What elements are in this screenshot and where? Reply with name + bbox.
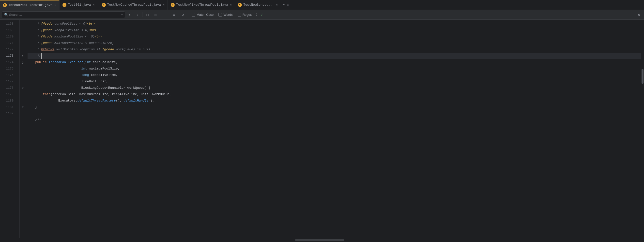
tab-close-5[interactable]: ✕ [276, 3, 278, 7]
gutter-1168 [20, 21, 26, 27]
code-1172-throws: @throws [41, 46, 54, 53]
code-line-1182 [28, 110, 641, 117]
find-prev-button[interactable]: ↑ [126, 11, 133, 18]
tab-close-3[interactable]: ✕ [163, 3, 164, 7]
code-1168-comment1: * [28, 21, 41, 27]
gutter-1171 [20, 40, 26, 46]
code-1172-comment1: * [28, 46, 41, 53]
tab-testfixed[interactable]: C TestNewFixedThreadPool.java ✕ [168, 0, 235, 10]
line-num-1173: 1173 [0, 53, 16, 59]
search-input-wrapper: 🔍 ⊗ [2, 11, 125, 18]
find-close-button[interactable]: ✕ [636, 12, 642, 17]
tab-overflow[interactable]: ▾ ≡ [281, 0, 290, 10]
gutter: ✎ @ ▽ ▽ [20, 20, 26, 242]
code-line-1174: public ThreadPoolExecutor(int corePoolSi… [28, 59, 641, 66]
code-1174-param: corePoolSize, [91, 59, 118, 66]
find-success-icon: ✓ [260, 12, 263, 18]
tab-testcached[interactable]: C TestNewCachedThreadPool.java ✕ [99, 0, 168, 10]
tab-threadpoolexecutor[interactable]: C ThreadPoolExecutor.java ✕ [0, 0, 60, 10]
gutter-1182 [20, 110, 26, 117]
code-area: 1168 1169 1170 1171 1172 1173 1174 1175 … [0, 20, 644, 242]
code-line-1179: this(corePoolSize, maximumPoolSize, keep… [28, 91, 641, 98]
code-1168-comment2: corePoolSize < 0} [52, 21, 87, 27]
code-1173-comment: */ [28, 53, 41, 59]
horizontal-scrollbar-thumb[interactable] [295, 239, 344, 241]
gutter-1178: ▽ [20, 85, 26, 91]
code-1172-comment3: workQueue} is null [114, 46, 150, 53]
code-line-1168: * {@code corePoolSize < 0}<br> [28, 21, 641, 27]
code-1169-comment2: keepAliveTime < 0} [52, 27, 89, 34]
line-num-1168: 1168 [0, 21, 16, 27]
code-1180-handler: defaultHandler [124, 98, 150, 104]
words-checkbox[interactable] [218, 13, 222, 17]
code-line-1172: * @throws NullPointerException if {@code… [28, 46, 641, 53]
find-separator-3 [188, 12, 188, 17]
words-label: Words [223, 13, 232, 17]
line-num-1178: 1178 [0, 85, 16, 91]
code-line-extra: /** [28, 117, 641, 123]
line-num-1182: 1182 [0, 110, 16, 117]
match-case-label: Match Case [196, 13, 214, 17]
code-content[interactable]: * {@code corePoolSize < 0}<br> * {@code … [26, 20, 641, 242]
code-1175-param: maximumPoolSize, [87, 66, 120, 72]
code-1169-br: <br> [89, 27, 97, 34]
code-line-1178: BlockingQueue<Runnable> workQueue) { [28, 85, 641, 91]
code-1180-semi: ); [150, 98, 154, 104]
scrollbar-thumb[interactable] [642, 69, 644, 84]
code-1171-comment1: * [28, 40, 41, 46]
tab-test001[interactable]: C Test001.java ✕ [60, 0, 99, 10]
tab-icon-1: C [3, 3, 7, 7]
search-input[interactable] [9, 13, 120, 17]
tab-close-2[interactable]: ✕ [93, 3, 94, 7]
line-num-1179: 1179 [0, 91, 16, 98]
code-1176-indent [28, 72, 81, 78]
code-line-1175: int maximumPoolSize, [28, 66, 641, 72]
line-numbers: 1168 1169 1170 1171 1172 1173 1174 1175 … [0, 20, 20, 242]
code-line-1169: * {@code keepAliveTime < 0}<br> [28, 27, 641, 34]
find-bar: 🔍 ⊗ ↑ ↓ ⊟ ⊞ ⊡ ≡ ⊿ Match Case Words Regex… [0, 10, 644, 20]
code-1169-comment1: * [28, 27, 41, 34]
line-num-1180: 1180 [0, 98, 16, 104]
code-1181-brace: } [28, 104, 37, 110]
code-1170-comment2: maximumPoolSize <= 0} [52, 34, 95, 40]
code-1175-int: int [81, 66, 87, 72]
find-align-button[interactable]: ≡ [170, 11, 178, 18]
code-line-1170: * {@code maximumPoolSize <= 0}<br> [28, 34, 641, 40]
find-help-button[interactable]: ? [254, 13, 258, 17]
code-1179-indent [28, 91, 43, 98]
line-num-1181: 1181 [0, 104, 16, 110]
find-sort-button[interactable]: ⊞ [152, 11, 159, 18]
words-option[interactable]: Words [216, 11, 234, 18]
regex-label: Regex [242, 13, 252, 17]
find-filter-button[interactable]: ⊟ [144, 11, 151, 18]
tab-icon-3: C [102, 3, 106, 7]
tab-close-4[interactable]: ✕ [230, 3, 232, 7]
code-1180-method: defaultThreadFactory [78, 98, 116, 104]
line-num-1175: 1175 [0, 66, 16, 72]
match-case-checkbox[interactable] [192, 13, 195, 17]
code-1179-this: this [43, 91, 50, 98]
tab-close-1[interactable]: ✕ [54, 3, 56, 7]
find-funnel-button[interactable]: ⊿ [180, 11, 186, 18]
tab-label-1: ThreadPoolExecutor.java [8, 3, 52, 7]
regex-option[interactable]: Regex [236, 11, 254, 18]
gutter-1180 [20, 98, 26, 104]
find-next-button[interactable]: ↓ [134, 11, 141, 18]
code-line-1181: } [28, 104, 641, 110]
vertical-scrollbar[interactable] [641, 20, 644, 242]
tab-label-5: TestNewSchedu... [243, 3, 274, 7]
gutter-1176 [20, 72, 26, 78]
code-line-1171: * {@code maximumPoolSize < corePoolSize} [28, 40, 641, 46]
gutter-1170 [20, 34, 26, 40]
line-num-extra [0, 117, 16, 123]
code-1177-content: TimeUnit unit, [28, 78, 108, 85]
tab-testsched[interactable]: C TestNewSchedu... ✕ [235, 0, 281, 10]
search-icon: 🔍 [4, 13, 8, 17]
code-1174-space2 [47, 59, 49, 66]
text-cursor [41, 53, 44, 59]
match-case-option[interactable]: Match Case [190, 11, 216, 18]
find-layout-button[interactable]: ⊡ [160, 11, 166, 18]
code-line-1173: */ [28, 53, 641, 59]
regex-checkbox[interactable] [238, 13, 241, 17]
tab-label-3: TestNewCachedThreadPool.java [107, 3, 161, 7]
